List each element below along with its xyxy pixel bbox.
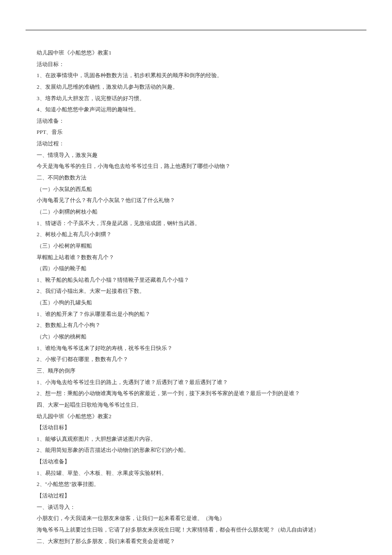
text-line: 海龟爷爷马上就要过生日啦，它请了好多朋友来庆祝生日呢！大家猜猜看，都会有些什么朋… bbox=[26, 524, 366, 536]
text-line: 2、树枝小船上有几只小刺猬？ bbox=[26, 229, 366, 240]
text-line: （五）小狗的孔罐头船 bbox=[26, 297, 366, 309]
text-line: 二、不同的数数方法 bbox=[26, 172, 366, 184]
text-line: （三）小松树的草帽船 bbox=[26, 240, 366, 252]
text-line: 2、能用简短形象的语言描述出小动物们的形象和它们的小船。 bbox=[26, 445, 366, 456]
text-line: （四）小猫的靴子船 bbox=[26, 263, 366, 275]
text-line: 一、情境导入，激发兴趣 bbox=[26, 150, 366, 161]
text-line: 2、"小船悠悠"故事挂图。 bbox=[26, 479, 366, 490]
text-line: 幼儿园中班《小船悠悠》教案1 bbox=[26, 47, 366, 59]
text-line: 1、靴子船的船头站着几个小猫？猜猜靴子里还藏着几个小猫？ bbox=[26, 275, 366, 286]
text-line: 四、大家一起唱生日歌给海龟爷爷过生日。 bbox=[26, 399, 366, 411]
document-body: 幼儿园中班《小船悠悠》教案1活动目标：1、在故事情境中，巩固各种数数方法，初步积… bbox=[26, 47, 366, 547]
text-line: 一、谈话导入： bbox=[26, 502, 366, 513]
top-divider bbox=[26, 30, 366, 30]
text-line: 活动目标： bbox=[26, 59, 366, 70]
text-line: 4、知道小船悠悠中象声词运用的趣味性。 bbox=[26, 104, 366, 116]
text-line: 【活动过程】 bbox=[26, 490, 366, 502]
text-line: 2、小猴子们都在哪里，数数有几个？ bbox=[26, 354, 366, 365]
text-line: 2、我们请小猫出来。大家一起接着往下数。 bbox=[26, 286, 366, 297]
document-page: 幼儿园中班《小船悠悠》教案1活动目标：1、在故事情境中，巩固各种数数方法，初步积… bbox=[0, 0, 392, 555]
text-line: 二、大家想到了那么多朋友，我们来看看究竟会是谁呢？ bbox=[26, 536, 366, 547]
text-line: 【活动目标】 bbox=[26, 422, 366, 434]
text-line: 小海龟看见了什么？有几个小灰鼠？他们送了什么礼物？ bbox=[26, 195, 366, 206]
text-line: 小朋友们，今天我请来一位朋友来做客，让我们一起来看看它是谁。（海龟） bbox=[26, 513, 366, 524]
text-line: 活动准备： bbox=[26, 116, 366, 127]
text-line: 【活动准备】 bbox=[26, 456, 366, 468]
text-line: 2、发展幼儿思维的准确性，激发幼儿参与数活动的兴趣。 bbox=[26, 81, 366, 93]
text-line: PPT、音乐 bbox=[26, 127, 366, 138]
text-line: 活动过程： bbox=[26, 138, 366, 150]
text-line: （一）小灰鼠的西瓜船 bbox=[26, 184, 366, 195]
text-line: 今天是海龟爷爷的生日，小海龟也去给爷爷过生日，路上他遇到了哪些小动物？ bbox=[26, 161, 366, 172]
text-line: 1、谁的船开来了？你从哪里看出是小狗的船？ bbox=[26, 309, 366, 320]
text-line: 1、谁给海龟爷爷送来了好吃的寿桃，祝爷爷生日快乐？ bbox=[26, 343, 366, 354]
text-line: 幼儿园中班《小船悠悠》教案2 bbox=[26, 411, 366, 422]
text-line: 1、猜谜语：个子虽不大，浑身是武器，见敌缩成团，钢针当武器。 bbox=[26, 218, 366, 229]
text-line: 草帽船上站着谁？数数有几个？ bbox=[26, 252, 366, 263]
text-line: 1、能够认真观察图片，大胆想象讲述图片内容。 bbox=[26, 434, 366, 445]
text-line: 3、培养幼儿大胆发言，说完整话的好习惯。 bbox=[26, 93, 366, 104]
text-line: 2、数数船上有几个小狗？ bbox=[26, 320, 366, 331]
text-line: 三、顺序的倒序 bbox=[26, 365, 366, 377]
text-line: （六）小猴的桃树船 bbox=[26, 331, 366, 343]
text-line: 1、在故事情境中，巩固各种数数方法，初步积累相关的顺序和倒序的经验。 bbox=[26, 70, 366, 81]
text-line: 2、想一想：乘船的小动物谁离海龟爷爷的家最近，第一个到，接下来到爷爷家的是谁？最… bbox=[26, 388, 366, 399]
text-line: 1、小海龟去给爷爷过生日的路上，先遇到了谁？后遇到了谁？最后遇到了谁？ bbox=[26, 377, 366, 388]
text-line: 1、易拉罐、草垫、小木板、鞋、水果皮等实验材料。 bbox=[26, 468, 366, 479]
text-line: （二）小刺猬的树枝小船 bbox=[26, 206, 366, 218]
